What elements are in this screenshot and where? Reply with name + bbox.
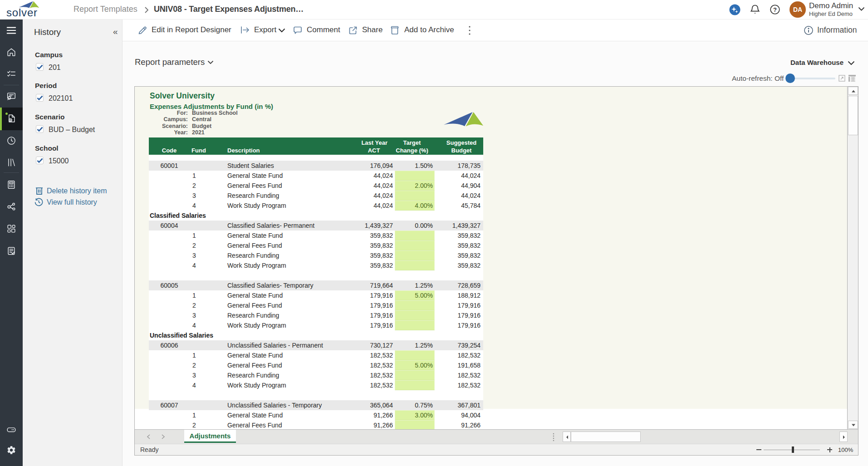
svg-text:?: ? (773, 6, 777, 13)
